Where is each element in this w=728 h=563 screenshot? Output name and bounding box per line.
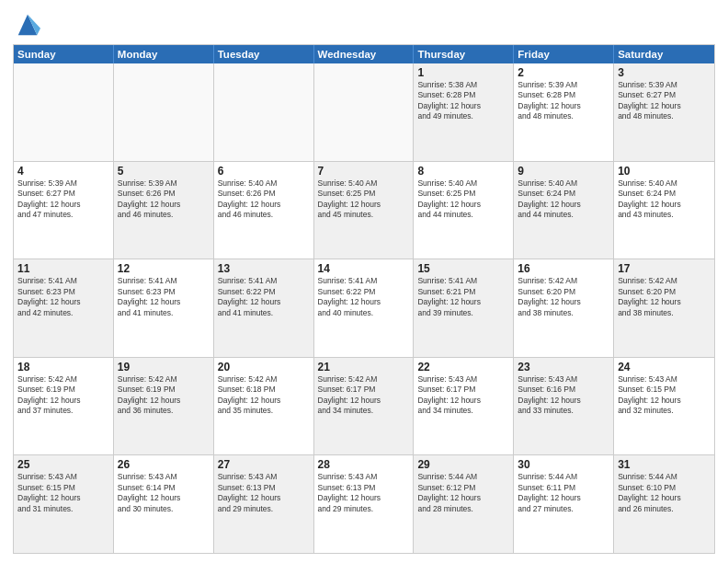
cell-info: Sunrise: 5:42 AM Sunset: 6:19 PM Dayligh… xyxy=(118,374,210,417)
calendar-cell-10: 10Sunrise: 5:40 AM Sunset: 6:24 PM Dayli… xyxy=(614,162,714,259)
calendar-row-4: 25Sunrise: 5:43 AM Sunset: 6:15 PM Dayli… xyxy=(14,454,714,553)
cell-info: Sunrise: 5:42 AM Sunset: 6:17 PM Dayligh… xyxy=(318,374,410,417)
cell-info: Sunrise: 5:39 AM Sunset: 6:26 PM Dayligh… xyxy=(118,178,210,221)
cell-info: Sunrise: 5:43 AM Sunset: 6:17 PM Dayligh… xyxy=(417,374,509,417)
calendar-cell-9: 9Sunrise: 5:40 AM Sunset: 6:24 PM Daylig… xyxy=(514,162,614,259)
day-number: 8 xyxy=(417,165,509,178)
day-number: 26 xyxy=(118,458,210,471)
calendar-cell-2: 2Sunrise: 5:39 AM Sunset: 6:28 PM Daylig… xyxy=(514,63,614,161)
day-number: 15 xyxy=(417,262,509,275)
day-number: 1 xyxy=(417,66,509,79)
day-number: 4 xyxy=(17,165,109,178)
day-number: 9 xyxy=(518,165,609,178)
cell-info: Sunrise: 5:39 AM Sunset: 6:27 PM Dayligh… xyxy=(618,80,711,122)
calendar-cell-4: 4Sunrise: 5:39 AM Sunset: 6:27 PM Daylig… xyxy=(14,162,114,259)
calendar-cell-14: 14Sunrise: 5:41 AM Sunset: 6:22 PM Dayli… xyxy=(314,259,415,357)
cell-info: Sunrise: 5:44 AM Sunset: 6:10 PM Dayligh… xyxy=(618,472,711,514)
calendar-cell-20: 20Sunrise: 5:42 AM Sunset: 6:18 PM Dayli… xyxy=(214,358,314,455)
calendar-row-3: 18Sunrise: 5:42 AM Sunset: 6:19 PM Dayli… xyxy=(14,357,714,455)
calendar-header: SundayMondayTuesdayWednesdayThursdayFrid… xyxy=(14,45,714,63)
day-number: 30 xyxy=(518,458,609,471)
day-number: 11 xyxy=(17,262,109,275)
calendar-cell-28: 28Sunrise: 5:43 AM Sunset: 6:13 PM Dayli… xyxy=(314,455,415,553)
weekday-header-friday: Friday xyxy=(514,45,614,63)
day-number: 22 xyxy=(417,361,509,373)
day-number: 2 xyxy=(518,66,609,79)
calendar-cell-empty-0-0 xyxy=(14,63,114,161)
page: SundayMondayTuesdayWednesdayThursdayFrid… xyxy=(0,0,728,563)
calendar-row-1: 4Sunrise: 5:39 AM Sunset: 6:27 PM Daylig… xyxy=(14,161,714,259)
cell-info: Sunrise: 5:43 AM Sunset: 6:13 PM Dayligh… xyxy=(218,472,310,514)
calendar-body: 1Sunrise: 5:38 AM Sunset: 6:28 PM Daylig… xyxy=(14,63,714,553)
day-number: 27 xyxy=(218,458,310,471)
cell-info: Sunrise: 5:43 AM Sunset: 6:16 PM Dayligh… xyxy=(518,374,609,417)
day-number: 18 xyxy=(17,361,109,373)
cell-info: Sunrise: 5:43 AM Sunset: 6:13 PM Dayligh… xyxy=(318,472,410,514)
calendar-cell-13: 13Sunrise: 5:41 AM Sunset: 6:22 PM Dayli… xyxy=(214,259,314,357)
cell-info: Sunrise: 5:42 AM Sunset: 6:19 PM Dayligh… xyxy=(17,374,109,417)
calendar-cell-27: 27Sunrise: 5:43 AM Sunset: 6:13 PM Dayli… xyxy=(214,455,314,553)
calendar-cell-26: 26Sunrise: 5:43 AM Sunset: 6:14 PM Dayli… xyxy=(114,455,214,553)
cell-info: Sunrise: 5:41 AM Sunset: 6:23 PM Dayligh… xyxy=(118,276,210,318)
cell-info: Sunrise: 5:40 AM Sunset: 6:24 PM Dayligh… xyxy=(518,178,609,221)
day-number: 23 xyxy=(518,361,609,373)
day-number: 7 xyxy=(318,165,410,178)
header xyxy=(13,11,715,37)
day-number: 10 xyxy=(618,165,711,178)
day-number: 16 xyxy=(518,262,609,275)
cell-info: Sunrise: 5:44 AM Sunset: 6:12 PM Dayligh… xyxy=(417,472,509,514)
day-number: 31 xyxy=(618,458,711,471)
calendar-cell-5: 5Sunrise: 5:39 AM Sunset: 6:26 PM Daylig… xyxy=(114,162,214,259)
calendar-cell-empty-0-3 xyxy=(314,63,415,161)
day-number: 14 xyxy=(318,262,410,275)
calendar-cell-19: 19Sunrise: 5:42 AM Sunset: 6:19 PM Dayli… xyxy=(114,358,214,455)
cell-info: Sunrise: 5:40 AM Sunset: 6:25 PM Dayligh… xyxy=(318,178,410,221)
calendar-cell-24: 24Sunrise: 5:43 AM Sunset: 6:15 PM Dayli… xyxy=(614,358,714,455)
cell-info: Sunrise: 5:41 AM Sunset: 6:21 PM Dayligh… xyxy=(417,276,509,318)
calendar: SundayMondayTuesdayWednesdayThursdayFrid… xyxy=(13,44,715,554)
calendar-cell-30: 30Sunrise: 5:44 AM Sunset: 6:11 PM Dayli… xyxy=(514,455,614,553)
calendar-cell-11: 11Sunrise: 5:41 AM Sunset: 6:23 PM Dayli… xyxy=(14,259,114,357)
calendar-cell-23: 23Sunrise: 5:43 AM Sunset: 6:16 PM Dayli… xyxy=(514,358,614,455)
cell-info: Sunrise: 5:41 AM Sunset: 6:22 PM Dayligh… xyxy=(218,276,310,318)
day-number: 19 xyxy=(118,361,210,373)
cell-info: Sunrise: 5:42 AM Sunset: 6:20 PM Dayligh… xyxy=(618,276,711,318)
logo-icon xyxy=(15,11,40,37)
calendar-cell-18: 18Sunrise: 5:42 AM Sunset: 6:19 PM Dayli… xyxy=(14,358,114,455)
logo-text xyxy=(13,11,40,37)
cell-info: Sunrise: 5:44 AM Sunset: 6:11 PM Dayligh… xyxy=(518,472,609,514)
calendar-cell-17: 17Sunrise: 5:42 AM Sunset: 6:20 PM Dayli… xyxy=(614,259,714,357)
calendar-cell-25: 25Sunrise: 5:43 AM Sunset: 6:15 PM Dayli… xyxy=(14,455,114,553)
calendar-cell-6: 6Sunrise: 5:40 AM Sunset: 6:26 PM Daylig… xyxy=(214,162,314,259)
cell-info: Sunrise: 5:40 AM Sunset: 6:24 PM Dayligh… xyxy=(618,178,711,221)
cell-info: Sunrise: 5:42 AM Sunset: 6:18 PM Dayligh… xyxy=(218,374,310,417)
day-number: 24 xyxy=(618,361,711,373)
cell-info: Sunrise: 5:43 AM Sunset: 6:14 PM Dayligh… xyxy=(118,472,210,514)
calendar-cell-12: 12Sunrise: 5:41 AM Sunset: 6:23 PM Dayli… xyxy=(114,259,214,357)
calendar-cell-empty-0-2 xyxy=(214,63,314,161)
day-number: 21 xyxy=(318,361,410,373)
cell-info: Sunrise: 5:43 AM Sunset: 6:15 PM Dayligh… xyxy=(618,374,711,417)
cell-info: Sunrise: 5:41 AM Sunset: 6:23 PM Dayligh… xyxy=(17,276,109,318)
cell-info: Sunrise: 5:40 AM Sunset: 6:26 PM Dayligh… xyxy=(218,178,310,221)
weekday-header-sunday: Sunday xyxy=(14,45,114,63)
weekday-header-wednesday: Wednesday xyxy=(314,45,415,63)
calendar-cell-7: 7Sunrise: 5:40 AM Sunset: 6:25 PM Daylig… xyxy=(314,162,415,259)
calendar-cell-15: 15Sunrise: 5:41 AM Sunset: 6:21 PM Dayli… xyxy=(414,259,514,357)
cell-info: Sunrise: 5:38 AM Sunset: 6:28 PM Dayligh… xyxy=(417,80,509,122)
calendar-cell-8: 8Sunrise: 5:40 AM Sunset: 6:25 PM Daylig… xyxy=(414,162,514,259)
logo xyxy=(13,11,40,37)
day-number: 25 xyxy=(17,458,109,471)
weekday-header-tuesday: Tuesday xyxy=(214,45,314,63)
day-number: 12 xyxy=(118,262,210,275)
calendar-cell-31: 31Sunrise: 5:44 AM Sunset: 6:10 PM Dayli… xyxy=(614,455,714,553)
weekday-header-saturday: Saturday xyxy=(614,45,714,63)
calendar-cell-21: 21Sunrise: 5:42 AM Sunset: 6:17 PM Dayli… xyxy=(314,358,415,455)
cell-info: Sunrise: 5:42 AM Sunset: 6:20 PM Dayligh… xyxy=(518,276,609,318)
calendar-cell-16: 16Sunrise: 5:42 AM Sunset: 6:20 PM Dayli… xyxy=(514,259,614,357)
calendar-cell-1: 1Sunrise: 5:38 AM Sunset: 6:28 PM Daylig… xyxy=(414,63,514,161)
calendar-cell-29: 29Sunrise: 5:44 AM Sunset: 6:12 PM Dayli… xyxy=(414,455,514,553)
day-number: 6 xyxy=(218,165,310,178)
cell-info: Sunrise: 5:39 AM Sunset: 6:27 PM Dayligh… xyxy=(17,178,109,221)
day-number: 3 xyxy=(618,66,711,79)
